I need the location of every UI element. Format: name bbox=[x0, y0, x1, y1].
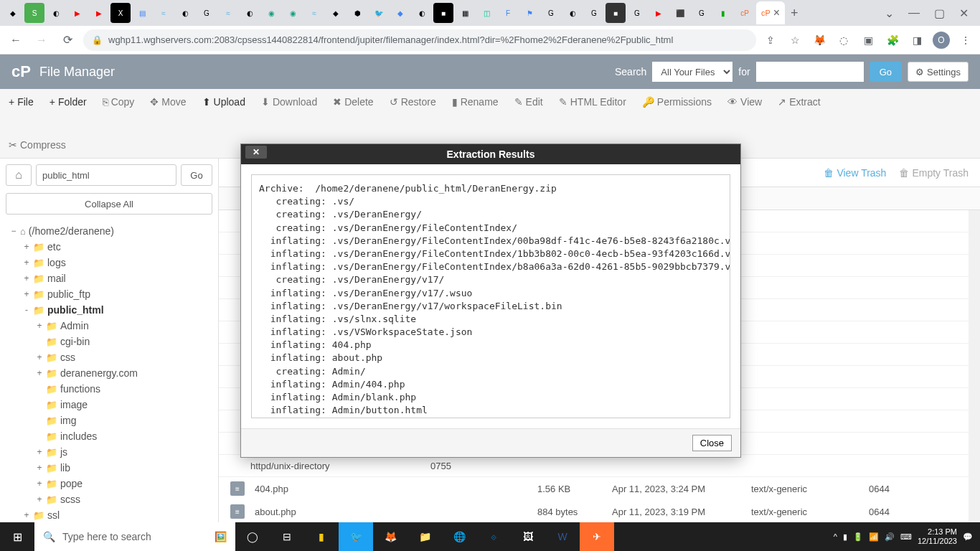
tab-favicon[interactable]: ■ bbox=[433, 3, 453, 23]
tree-item[interactable]: 📁functions bbox=[0, 381, 218, 397]
tab-favicon[interactable]: ▶ bbox=[89, 3, 109, 23]
tab-favicon[interactable]: ◐ bbox=[175, 3, 195, 23]
home-button[interactable]: ⌂ bbox=[6, 164, 32, 186]
tab-favicon[interactable]: ◆ bbox=[390, 3, 410, 23]
tab-favicon[interactable]: ⬛ bbox=[670, 3, 690, 23]
tab-favicon[interactable]: ≈ bbox=[304, 3, 324, 23]
minimize-icon[interactable]: — bbox=[908, 6, 920, 20]
tab-favicon[interactable]: ◐ bbox=[412, 3, 432, 23]
scrollbar[interactable] bbox=[969, 210, 980, 542]
tree-toggle[interactable]: + bbox=[22, 258, 32, 268]
tree-item[interactable]: +📁mail bbox=[0, 270, 218, 286]
tab-favicon[interactable]: ▦ bbox=[455, 3, 475, 23]
html-editor-button[interactable]: ✎HTML Editor bbox=[557, 93, 628, 110]
tab-favicon[interactable]: ◆ bbox=[326, 3, 346, 23]
tree-toggle[interactable] bbox=[34, 400, 44, 410]
extract-button[interactable]: ↗Extract bbox=[776, 93, 822, 110]
tree-toggle[interactable]: + bbox=[22, 289, 32, 299]
tab-favicon[interactable]: G bbox=[541, 3, 561, 23]
tab-favicon[interactable]: 🐦 bbox=[369, 3, 389, 23]
tree-toggle[interactable]: − bbox=[9, 226, 19, 236]
tree-toggle[interactable]: + bbox=[34, 479, 44, 489]
tab-favicon[interactable]: cP bbox=[735, 3, 755, 23]
notifications-icon[interactable]: 💬 bbox=[963, 532, 973, 542]
taskbar-app[interactable]: ▮ bbox=[304, 522, 339, 551]
tab-favicon[interactable]: ▶ bbox=[649, 3, 669, 23]
settings-button[interactable]: ⚙Settings bbox=[908, 62, 969, 82]
tree-toggle[interactable] bbox=[34, 384, 44, 394]
tree-item[interactable]: +📁scss bbox=[0, 491, 218, 507]
new-folder-button[interactable]: +Folder bbox=[48, 93, 88, 110]
taskbar-app[interactable]: ⊟ bbox=[270, 522, 304, 551]
tab-favicon[interactable]: ▤ bbox=[132, 3, 152, 23]
tree-toggle[interactable]: + bbox=[22, 273, 32, 283]
tree-item[interactable]: -📁public_html bbox=[0, 302, 218, 318]
tab-favicon[interactable]: ◉ bbox=[283, 3, 303, 23]
menu-icon[interactable]: ⋮ bbox=[957, 32, 974, 49]
start-button[interactable]: ⊞ bbox=[0, 522, 34, 551]
tree-item[interactable]: 📁includes bbox=[0, 428, 218, 444]
tray-volume-icon[interactable]: 🔊 bbox=[885, 532, 895, 542]
tree-toggle[interactable]: + bbox=[34, 321, 44, 331]
taskbar-app[interactable]: ⟐ bbox=[476, 522, 511, 551]
tree-toggle[interactable]: + bbox=[22, 510, 32, 520]
taskbar-app[interactable]: 🦊 bbox=[373, 522, 407, 551]
tree-item[interactable]: +📁public_ftp bbox=[0, 286, 218, 302]
taskbar-app[interactable]: ◯ bbox=[235, 522, 270, 551]
tab-favicon[interactable]: ≈ bbox=[154, 3, 174, 23]
tree-toggle[interactable] bbox=[34, 415, 44, 425]
tab-favicon[interactable]: ◫ bbox=[476, 3, 496, 23]
close-tab-icon[interactable]: × bbox=[773, 6, 780, 19]
tab-favicon[interactable]: G bbox=[197, 3, 217, 23]
taskbar-app[interactable]: 🌐 bbox=[442, 522, 476, 551]
tray-chevron[interactable]: ^ bbox=[834, 532, 837, 541]
fox-icon[interactable]: 🦊 bbox=[811, 32, 828, 49]
new-file-button[interactable]: +File bbox=[7, 93, 35, 110]
panel-icon[interactable]: ◨ bbox=[908, 32, 925, 49]
path-go-button[interactable]: Go bbox=[181, 164, 212, 186]
extraction-output[interactable]: Archive: /home2/deranene/public_html/Der… bbox=[251, 174, 730, 418]
chevron-down-icon[interactable]: ⌄ bbox=[885, 6, 894, 20]
tray-wifi-icon[interactable]: 📶 bbox=[869, 532, 879, 542]
tray-lang-icon[interactable]: ⌨ bbox=[900, 532, 912, 542]
tab-favicon[interactable]: G bbox=[692, 3, 712, 23]
tab-favicon[interactable]: ◆ bbox=[3, 3, 23, 23]
tab-favicon[interactable]: ⬢ bbox=[347, 3, 367, 23]
taskbar-app[interactable]: 🖼 bbox=[511, 522, 545, 551]
taskbar-app[interactable]: 📁 bbox=[407, 522, 442, 551]
tree-item[interactable]: +📁css bbox=[0, 349, 218, 365]
table-row[interactable]: ≡404.php1.56 KBApr 11, 2023, 3:24 PMtext… bbox=[219, 477, 980, 500]
taskbar-app[interactable]: 🐦 bbox=[339, 522, 373, 551]
tree-item[interactable]: 📁img bbox=[0, 413, 218, 428]
view-trash-link[interactable]: 🗑View Trash bbox=[824, 167, 886, 179]
restore-button[interactable]: ↺Restore bbox=[388, 93, 438, 110]
tab-favicon[interactable]: ▶ bbox=[67, 3, 88, 23]
search-scope-select[interactable]: All Your Files bbox=[652, 62, 732, 82]
table-row[interactable]: httpd/unix-directory0755 bbox=[219, 455, 980, 477]
modal-close-button[interactable]: Close bbox=[692, 435, 732, 451]
table-row[interactable]: ≡about.php884 bytesApr 11, 2023, 3:19 PM… bbox=[219, 500, 980, 523]
copy-button[interactable]: ⎘Copy bbox=[101, 93, 136, 110]
taskbar-search[interactable]: 🔍 Type here to search 🖼️ bbox=[34, 522, 235, 551]
tab-favicon[interactable]: F bbox=[498, 3, 518, 23]
taskbar-app[interactable]: W bbox=[545, 522, 580, 551]
tree-root[interactable]: − ⌂ (/home2/deranene) bbox=[0, 223, 218, 239]
tree-item[interactable]: +📁etc bbox=[0, 239, 218, 255]
reload-button[interactable]: ⟳ bbox=[57, 30, 77, 50]
tree-item[interactable]: +📁Admin bbox=[0, 318, 218, 334]
permissions-button[interactable]: 🔑Permissions bbox=[641, 93, 713, 110]
rename-button[interactable]: ▮Rename bbox=[451, 93, 500, 110]
tree-toggle[interactable]: + bbox=[34, 463, 44, 473]
tree-item[interactable]: +📁lib bbox=[0, 460, 218, 476]
tree-item[interactable]: 📁image bbox=[0, 397, 218, 413]
tab-favicon[interactable]: ⚑ bbox=[519, 3, 540, 23]
empty-trash-link[interactable]: 🗑Empty Trash bbox=[899, 167, 969, 179]
tree-toggle[interactable]: + bbox=[34, 368, 44, 378]
tab-favicon[interactable]: ◐ bbox=[562, 3, 583, 23]
star-icon[interactable]: ☆ bbox=[786, 32, 804, 49]
tree-toggle[interactable]: + bbox=[34, 447, 44, 457]
tree-toggle[interactable]: + bbox=[34, 494, 44, 504]
compress-button[interactable]: ✂Compress bbox=[7, 136, 67, 154]
tab-active[interactable]: cP × bbox=[756, 1, 785, 24]
extensions-icon[interactable]: 🧩 bbox=[884, 32, 901, 49]
